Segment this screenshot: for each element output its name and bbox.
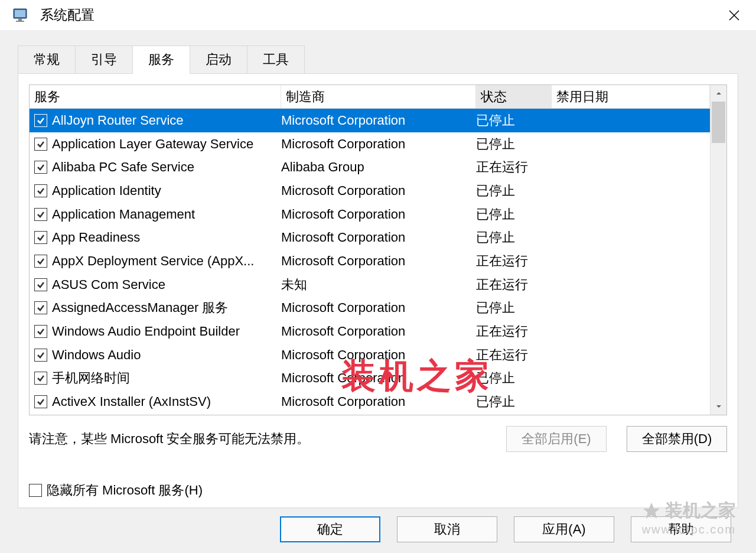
ok-button[interactable]: 确定: [280, 516, 380, 542]
dialog-body: 常规引导服务启动工具 服务 制造商 状态 禁用日期 AllJoyn Router…: [0, 30, 756, 553]
svg-rect-2: [18, 18, 22, 21]
manufacturer: Microsoft Corporation: [281, 113, 476, 128]
status: 已停止: [476, 206, 552, 223]
manufacturer: Alibaba Group: [281, 160, 476, 175]
row-checkbox[interactable]: [34, 349, 47, 362]
status: 正在运行: [476, 158, 552, 176]
table-header: 服务 制造商 状态 禁用日期: [30, 85, 710, 109]
table-row[interactable]: Windows AudioMicrosoft Corporation正在运行: [30, 343, 710, 367]
apply-button[interactable]: 应用(A): [514, 516, 614, 542]
table-row[interactable]: Application ManagementMicrosoft Corporat…: [30, 203, 710, 226]
manufacturer: Microsoft Corporation: [281, 300, 476, 315]
table-row[interactable]: AppX Deployment Service (AppX...Microsof…: [30, 249, 710, 273]
status: 已停止: [476, 229, 552, 246]
row-checkbox[interactable]: [34, 395, 47, 408]
table-row[interactable]: ActiveX Installer (AxInstSV)Microsoft Co…: [30, 390, 710, 414]
svg-rect-3: [16, 21, 24, 22]
row-checkbox[interactable]: [34, 325, 47, 338]
hide-ms-label: 隐藏所有 Microsoft 服务(H): [47, 482, 203, 499]
disable-all-button[interactable]: 全部禁用(D): [627, 426, 727, 452]
service-name: ActiveX Installer (AxInstSV): [52, 394, 211, 409]
col-status[interactable]: 状态: [476, 85, 552, 108]
manufacturer: Microsoft Corporation: [281, 183, 476, 199]
svg-rect-1: [15, 10, 25, 17]
tab-3[interactable]: 启动: [190, 45, 247, 74]
window-title: 系统配置: [40, 6, 719, 24]
window: 系统配置 常规引导服务启动工具 服务 制造商 状态 禁用日期 AllJoyn R…: [0, 0, 756, 553]
service-name: Application Identity: [52, 183, 161, 199]
row-checkbox[interactable]: [34, 208, 47, 221]
table-row[interactable]: ASUS Com Service未知正在运行: [30, 273, 710, 297]
close-button[interactable]: [719, 1, 749, 30]
table-body: AllJoyn Router ServiceMicrosoft Corporat…: [30, 109, 710, 415]
col-manufacturer[interactable]: 制造商: [281, 85, 476, 108]
manufacturer: Microsoft Corporation: [281, 370, 476, 386]
titlebar: 系统配置: [0, 0, 756, 30]
scroll-down-icon[interactable]: [711, 398, 726, 415]
service-name: ASUS Com Service: [52, 277, 165, 292]
manufacturer: Microsoft Corporation: [281, 253, 476, 269]
manufacturer: Microsoft Corporation: [281, 136, 476, 152]
status: 已停止: [476, 182, 552, 200]
table-row[interactable]: Application Layer Gateway ServiceMicroso…: [30, 132, 710, 156]
service-name: Windows Audio Endpoint Builder: [52, 324, 240, 339]
col-service[interactable]: 服务: [30, 85, 281, 108]
row-checkbox[interactable]: [34, 161, 47, 174]
row-checkbox[interactable]: [34, 255, 47, 268]
note-text: 请注意，某些 Microsoft 安全服务可能无法禁用。: [29, 430, 506, 448]
col-disabled-date[interactable]: 禁用日期: [552, 85, 710, 108]
status: 正在运行: [476, 323, 552, 340]
row-checkbox[interactable]: [34, 114, 47, 127]
row-checkbox[interactable]: [34, 138, 47, 151]
vertical-scrollbar[interactable]: [710, 85, 726, 415]
manufacturer: 未知: [281, 276, 476, 294]
table-row[interactable]: Application IdentityMicrosoft Corporatio…: [30, 179, 710, 203]
status: 正在运行: [476, 252, 552, 270]
hide-ms-checkbox-row[interactable]: 隐藏所有 Microsoft 服务(H): [29, 482, 727, 499]
hide-ms-checkbox[interactable]: [29, 484, 42, 497]
service-name: AllJoyn Router Service: [52, 113, 184, 128]
row-checkbox[interactable]: [34, 301, 47, 314]
table-row[interactable]: AssignedAccessManager 服务Microsoft Corpor…: [30, 297, 710, 320]
status: 已停止: [476, 369, 552, 387]
table-row[interactable]: App ReadinessMicrosoft Corporation已停止: [30, 226, 710, 249]
scroll-up-icon[interactable]: [711, 85, 726, 102]
status: 已停止: [476, 393, 552, 411]
manufacturer: Microsoft Corporation: [281, 207, 476, 222]
service-name: Application Layer Gateway Service: [52, 136, 253, 152]
row-checkbox[interactable]: [34, 231, 47, 244]
cancel-button[interactable]: 取消: [397, 516, 497, 542]
table-row[interactable]: Alibaba PC Safe ServiceAlibaba Group正在运行: [30, 155, 710, 179]
status: 已停止: [476, 135, 552, 153]
service-name: Alibaba PC Safe Service: [52, 160, 194, 175]
service-name: 手机网络时间: [52, 369, 130, 387]
status: 正在运行: [476, 346, 552, 364]
table-row[interactable]: 手机网络时间Microsoft Corporation已停止: [30, 367, 710, 391]
manufacturer: Microsoft Corporation: [281, 324, 476, 339]
row-checkbox[interactable]: [34, 184, 47, 197]
tab-4[interactable]: 工具: [247, 45, 305, 74]
tab-2[interactable]: 服务: [132, 45, 190, 74]
scrollbar-thumb[interactable]: [712, 102, 725, 143]
service-name: AssignedAccessManager 服务: [52, 299, 228, 317]
row-checkbox[interactable]: [34, 372, 47, 385]
row-checkbox[interactable]: [34, 278, 47, 291]
manufacturer: Microsoft Corporation: [281, 394, 476, 409]
table-row[interactable]: Windows Audio Endpoint BuilderMicrosoft …: [30, 320, 710, 343]
dialog-footer: 确定 取消 应用(A) 帮助: [0, 516, 756, 542]
table-row[interactable]: AllJoyn Router ServiceMicrosoft Corporat…: [30, 109, 710, 132]
close-icon: [728, 9, 741, 22]
tab-0[interactable]: 常规: [18, 45, 76, 74]
service-name: App Readiness: [52, 230, 140, 245]
tab-panel: 服务 制造商 状态 禁用日期 AllJoyn Router ServiceMic…: [18, 74, 738, 508]
service-name: Windows Audio: [52, 347, 141, 363]
service-name: AppX Deployment Service (AppX...: [52, 253, 254, 269]
app-icon: [12, 8, 30, 23]
tab-1[interactable]: 引导: [75, 45, 133, 74]
enable-all-button: 全部启用(E): [506, 426, 607, 452]
services-table: 服务 制造商 状态 禁用日期 AllJoyn Router ServiceMic…: [29, 84, 727, 415]
status: 正在运行: [476, 276, 552, 294]
help-button[interactable]: 帮助: [631, 516, 731, 542]
below-table-row: 请注意，某些 Microsoft 安全服务可能无法禁用。 全部启用(E) 全部禁…: [29, 426, 727, 452]
tabbar: 常规引导服务启动工具: [0, 30, 756, 74]
